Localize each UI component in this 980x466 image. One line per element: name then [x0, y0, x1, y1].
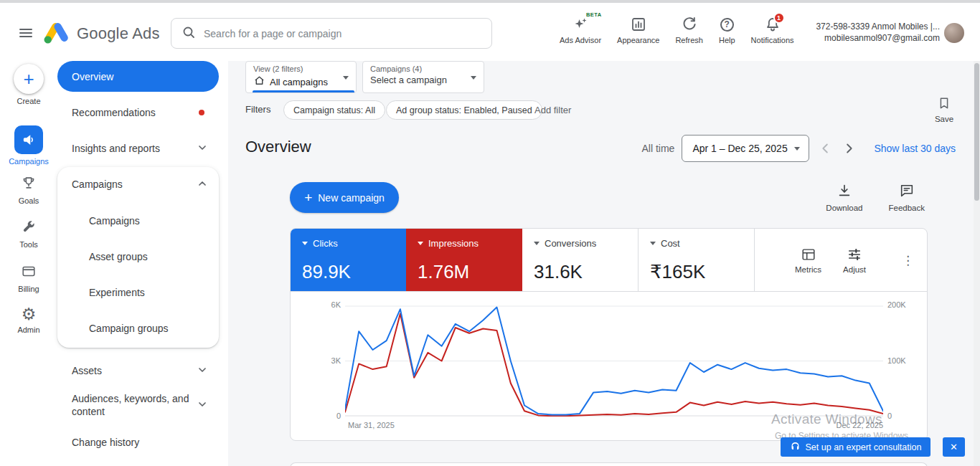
- sidebar-item-audiences[interactable]: Audiences, keywords, and content: [57, 385, 219, 425]
- sidebar-item-recommendations[interactable]: Recommendations: [57, 95, 219, 130]
- metric-label: Conversions: [545, 238, 596, 249]
- audiences-label: Audiences, keywords, and content: [72, 392, 192, 418]
- metric-tools: Metrics Adjust ⋮: [754, 229, 927, 291]
- sidebar-item-change-history[interactable]: Change history: [57, 424, 219, 460]
- rail-create-button[interactable]: + Create: [0, 64, 57, 105]
- download-button[interactable]: Download: [826, 183, 862, 212]
- filter-chip-campaign-status[interactable]: Campaign status: All: [283, 100, 385, 120]
- metric-card-impressions[interactable]: Impressions 1.76M: [406, 229, 522, 291]
- add-filter-button[interactable]: Add filter: [534, 105, 571, 115]
- new-campaign-button[interactable]: + New campaign: [290, 182, 399, 213]
- filter-chip-ad-group-status[interactable]: Ad group status: Enabled, Paused: [386, 100, 542, 120]
- sidebar-item-overview[interactable]: Overview: [57, 61, 219, 92]
- sidebar-item-campaign-groups[interactable]: Campaign groups: [57, 310, 219, 346]
- global-search: [171, 18, 492, 49]
- rail-tools-button[interactable]: Tools: [0, 219, 57, 249]
- google-ads-app: Google Ads BETA Ads Advisor Appearance: [0, 0, 980, 466]
- search-input[interactable]: [204, 28, 481, 39]
- more-options-icon[interactable]: ⋮: [902, 252, 914, 267]
- account-avatar[interactable]: [944, 23, 964, 43]
- metrics-button[interactable]: Metrics: [795, 247, 821, 274]
- scrollbar-track: [974, 61, 980, 466]
- scrollbar-thumb[interactable]: [974, 63, 979, 201]
- chevron-down-icon: [196, 363, 209, 379]
- sidebar-item-campaigns[interactable]: Campaigns: [57, 203, 219, 239]
- date-range-picker[interactable]: Apr 1 – Dec 25, 2025: [682, 135, 809, 162]
- icon-rail: + Create Campaigns Goals Tools Billing: [0, 61, 57, 466]
- caret-down-icon: [534, 242, 540, 245]
- adjust-button[interactable]: Adjust: [843, 247, 866, 274]
- help-label: Help: [719, 36, 735, 44]
- bookmark-icon: [937, 96, 951, 113]
- sidebar-item-insights[interactable]: Insights and reports: [57, 130, 219, 166]
- left-axis-tick: 0: [291, 412, 341, 420]
- refresh-label: Refresh: [675, 36, 703, 44]
- card-actions: Download Feedback: [826, 183, 925, 212]
- feedback-label: Feedback: [888, 204, 925, 212]
- megaphone-icon: [14, 125, 43, 154]
- chevron-down-icon: [196, 398, 209, 413]
- rail-goals-button[interactable]: Goals: [0, 175, 57, 205]
- right-axis-tick: 0: [887, 412, 892, 420]
- notification-badge: 1: [773, 12, 785, 24]
- trophy-icon: [21, 175, 37, 194]
- right-axis-tick: 200K: [887, 300, 906, 309]
- sidebar-overview-label: Overview: [72, 71, 113, 82]
- metric-value: 31.6K: [534, 261, 626, 283]
- rail-create-label: Create: [17, 97, 40, 105]
- plus-icon: +: [304, 191, 312, 204]
- metric-card-clicks[interactable]: Clicks 89.9K: [291, 229, 406, 291]
- account-email: mobilesanmol907@gmail.com: [816, 32, 940, 44]
- active-view-underline: [253, 90, 354, 92]
- refresh-icon: [681, 15, 698, 34]
- assets-label: Assets: [72, 365, 102, 376]
- caret-down-icon: [794, 147, 800, 151]
- metric-label: Impressions: [428, 238, 479, 249]
- google-ads-logo[interactable]: Google Ads: [43, 20, 160, 47]
- line-chart: [345, 305, 883, 417]
- gear-icon: ⚙: [22, 306, 37, 323]
- menu-icon[interactable]: [17, 24, 34, 42]
- rail-campaigns-button[interactable]: Campaigns: [0, 125, 57, 166]
- feedback-button[interactable]: Feedback: [888, 183, 925, 212]
- notifications-button[interactable]: 1 Notifications: [751, 15, 794, 44]
- rail-admin-label: Admin: [17, 325, 39, 334]
- appearance-button[interactable]: Appearance: [617, 15, 659, 44]
- metric-card-conversions[interactable]: Conversions 31.6K: [522, 229, 638, 291]
- ads-advisor-button[interactable]: BETA Ads Advisor: [560, 15, 601, 44]
- all-time-label: All time: [641, 143, 674, 154]
- next-period-button[interactable]: [841, 141, 857, 156]
- show-last-30-days-link[interactable]: Show last 30 days: [874, 143, 956, 154]
- rail-campaigns-label: Campaigns: [9, 157, 49, 166]
- campaigns-group: Campaigns Campaigns Asset groups Experim…: [57, 167, 219, 348]
- refresh-button[interactable]: Refresh: [675, 15, 703, 44]
- create-plus-icon: +: [14, 64, 44, 94]
- view-selector-caption: View (2 filters): [253, 65, 349, 73]
- sidebar-item-asset-groups[interactable]: Asset groups: [57, 239, 219, 275]
- metric-label: Cost: [661, 238, 680, 249]
- help-button[interactable]: ? Help: [719, 15, 735, 44]
- sidebar-item-experiments[interactable]: Experiments: [57, 275, 219, 310]
- activate-windows-watermark: Activate Windows: [771, 412, 882, 427]
- previous-period-button[interactable]: [818, 141, 834, 156]
- adjust-button-label: Adjust: [843, 265, 866, 274]
- rail-admin-button[interactable]: ⚙ Admin: [0, 306, 57, 334]
- headset-icon: [790, 441, 801, 454]
- sidebar-item-campaigns-header[interactable]: Campaigns: [57, 167, 219, 201]
- expert-consultation-button[interactable]: Set up an expert consultation: [781, 437, 930, 457]
- campaign-selector[interactable]: Campaigns (4) Select a campaign: [362, 61, 484, 93]
- account-info[interactable]: 372-598-3339 Anmol Mobiles |... mobilesa…: [816, 21, 940, 44]
- view-selector[interactable]: View (2 filters) All campaigns: [245, 61, 357, 93]
- left-axis-tick: 6K: [291, 300, 341, 309]
- sliders-icon: [847, 247, 862, 264]
- save-button[interactable]: Save: [928, 96, 960, 123]
- main-content: View (2 filters) All campaigns Campaigns…: [228, 61, 980, 466]
- recommendations-label: Recommendations: [72, 107, 156, 118]
- close-consultation-button[interactable]: ✕: [943, 437, 965, 457]
- rail-tools-label: Tools: [19, 240, 38, 249]
- metric-card-cost[interactable]: Cost ₹165K: [638, 229, 754, 291]
- next-card-edge: [290, 462, 928, 466]
- sidebar-item-assets[interactable]: Assets: [57, 353, 219, 389]
- chevron-down-icon: [196, 141, 209, 156]
- rail-billing-button[interactable]: Billing: [0, 263, 57, 293]
